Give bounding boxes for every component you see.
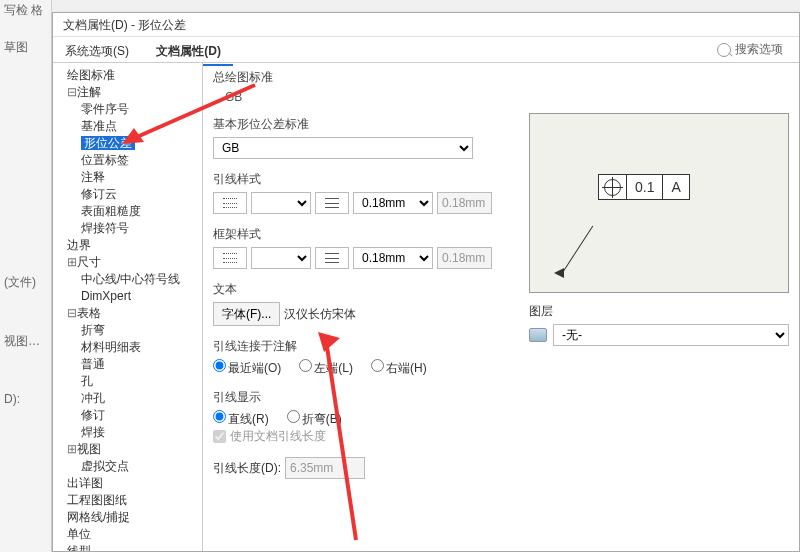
tree-bom[interactable]: 材料明细表 <box>81 340 141 354</box>
display-straight-radio[interactable]: 直线(R) <box>213 410 269 428</box>
tree-general[interactable]: 普通 <box>81 357 105 371</box>
tree-revision[interactable]: 修订 <box>81 408 105 422</box>
tree-notes[interactable]: 注释 <box>81 170 105 184</box>
tree-drafting-standard[interactable]: 绘图标准 <box>67 68 115 82</box>
tab-system-options[interactable]: 系统选项(S) <box>53 37 141 64</box>
frame-style-label: 框架样式 <box>213 226 513 243</box>
tree-detailing[interactable]: 出详图 <box>67 476 103 490</box>
svg-line-0 <box>130 85 255 140</box>
layer-icon <box>529 328 547 342</box>
gtol-preview: 0.1 A <box>529 113 789 293</box>
text-label: 文本 <box>213 281 513 298</box>
tree-line-font[interactable]: 线型 <box>67 544 91 551</box>
datum-value: A <box>663 175 688 199</box>
tree-weld-table[interactable]: 焊接 <box>81 425 105 439</box>
leader-thickness-select[interactable]: 0.18mm <box>353 192 433 214</box>
stub-d: D): <box>0 374 51 406</box>
tree-grid-snap[interactable]: 网格线/捕捉 <box>67 510 130 524</box>
connect-nearest-radio[interactable]: 最近端(O) <box>213 359 281 377</box>
leader-line-type-icon <box>213 192 247 214</box>
frame-thickness-icon <box>315 247 349 269</box>
tolerance-value: 0.1 <box>627 175 663 199</box>
tree-surface-finishes[interactable]: 表面粗糙度 <box>81 204 141 218</box>
layer-select[interactable]: -无- <box>553 324 789 346</box>
tree-virtual-sharps[interactable]: 虚拟交点 <box>81 459 129 473</box>
stub-view2: 视图… <box>0 315 51 350</box>
svg-line-2 <box>326 340 356 540</box>
frame-line-type-icon <box>213 247 247 269</box>
stub-top: 写检 格 <box>0 0 51 21</box>
frame-thickness-select[interactable]: 0.18mm <box>353 247 433 269</box>
leader-style-label: 引线样式 <box>213 171 513 188</box>
frame-thickness-value <box>437 247 492 269</box>
tree-annotations[interactable]: 注解 <box>77 85 101 99</box>
font-value: 汉仪长仿宋体 <box>284 306 356 323</box>
expand-icon[interactable]: ⊞ <box>67 254 77 271</box>
tree-centerlines[interactable]: 中心线/中心符号线 <box>81 272 180 286</box>
tab-document-properties[interactable]: 文档属性(D) <box>144 37 233 66</box>
layer-label: 图层 <box>529 303 789 320</box>
expand-icon[interactable]: ⊞ <box>67 441 77 458</box>
dialog-title: 文档属性(D) - 形位公差 <box>53 13 799 37</box>
position-symbol-icon <box>599 175 627 199</box>
collapse-icon[interactable]: ⊟ <box>67 305 77 322</box>
tree-datums[interactable]: 基准点 <box>81 119 117 133</box>
tree-dimxpert[interactable]: DimXpert <box>81 289 131 303</box>
app-left-stubs: 写检 格 草图 (文件) 视图… D): <box>0 0 52 552</box>
length-label: 引线长度(D): <box>213 460 281 477</box>
leader-thickness-value <box>437 192 492 214</box>
annotation-arrow-1 <box>120 80 260 160</box>
frame-style-group: 框架样式 0.18mm <box>213 226 513 269</box>
leader-preview <box>554 198 614 278</box>
leader-style-group: 引线样式 0.18mm <box>213 171 513 214</box>
stub-sketch: 草图 <box>0 21 51 56</box>
tree-hole[interactable]: 孔 <box>81 374 93 388</box>
tree-punch[interactable]: 冲孔 <box>81 391 105 405</box>
text-group: 文本 字体(F)... 汉仪长仿宋体 <box>213 281 513 326</box>
search-options[interactable]: 搜索选项 <box>717 41 783 58</box>
tree-borders[interactable]: 边界 <box>67 238 91 252</box>
search-icon <box>717 43 731 57</box>
leader-thickness-icon <box>315 192 349 214</box>
settings-panel: 总绘图标准 GB 基本形位公差标准 GB 引线样式 <box>203 63 799 551</box>
tree-views[interactable]: 视图 <box>77 442 101 456</box>
tree-drawing-sheets[interactable]: 工程图图纸 <box>67 493 127 507</box>
annotation-arrow-2 <box>316 330 396 550</box>
tree-dimensions[interactable]: 尺寸 <box>77 255 101 269</box>
tree-units[interactable]: 单位 <box>67 527 91 541</box>
tree-tables[interactable]: 表格 <box>77 306 101 320</box>
collapse-icon[interactable]: ⊟ <box>67 84 77 101</box>
stub-file: (文件) <box>0 256 51 291</box>
tree-revision-clouds[interactable]: 修订云 <box>81 187 117 201</box>
leader-line-type-select[interactable] <box>251 192 311 214</box>
tree-weld-symbols[interactable]: 焊接符号 <box>81 221 129 235</box>
font-button[interactable]: 字体(F)... <box>213 302 280 326</box>
tree-bend[interactable]: 折弯 <box>81 323 105 337</box>
search-label: 搜索选项 <box>735 42 783 56</box>
feature-control-frame: 0.1 A <box>598 174 690 200</box>
frame-line-type-select[interactable] <box>251 247 311 269</box>
tab-strip: 系统选项(S) 文档属性(D) 搜索选项 <box>53 37 799 63</box>
